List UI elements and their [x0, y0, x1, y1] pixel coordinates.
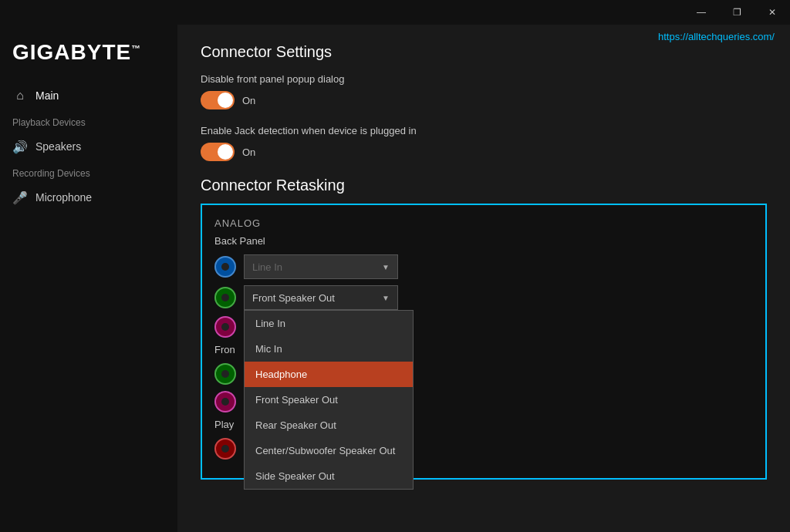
dropdown-item-5[interactable]: Center/Subwoofer Speaker Out: [245, 438, 413, 463]
retasking-title: Connector Retasking: [201, 177, 767, 194]
microphone-icon: 🎤: [12, 190, 28, 205]
logo: GIGABYTE™: [0, 32, 177, 80]
toggle2-state: On: [242, 146, 255, 158]
dropdown-item-6[interactable]: Side Speaker Out: [245, 463, 413, 489]
front-panel-label: Disable front panel popup dialog: [201, 73, 767, 85]
circle-inner-4: [221, 370, 229, 378]
sidebar-item-microphone[interactable]: 🎤 Microphone: [0, 182, 177, 213]
connector-row-2: Front Speaker Out ▼ Line In Mic In Headp…: [214, 285, 753, 310]
restore-button[interactable]: ❐: [719, 0, 755, 25]
retasking-box: ANALOG Back Panel Line In ▼ F: [201, 204, 767, 480]
toggle1[interactable]: [201, 91, 235, 109]
home-icon: ⌂: [12, 88, 28, 103]
sidebar-microphone-label: Microphone: [35, 191, 92, 204]
chevron-down-icon-2: ▼: [382, 294, 390, 302]
select-line-in: Line In ▼: [244, 254, 398, 279]
logo-brand: GIGABYTE: [12, 40, 131, 64]
select-front-speaker[interactable]: Front Speaker Out ▼: [244, 285, 398, 310]
back-panel-label: Back Panel: [214, 235, 753, 247]
dropdown-item-2[interactable]: Headphone: [245, 362, 413, 387]
connector-circle-blue: [214, 256, 236, 278]
circle-inner-5: [221, 398, 229, 406]
close-button[interactable]: ✕: [755, 0, 790, 25]
front-connector-circle-green: [214, 363, 236, 385]
toggle1-row: On: [201, 91, 767, 109]
circle-inner-3: [221, 323, 229, 331]
front-connector-circle-pink: [214, 391, 236, 412]
jack-detection-label: Enable Jack detection when device is plu…: [201, 125, 767, 136]
logo-text: GIGABYTE™: [12, 40, 141, 64]
connector-settings-title: Connector Settings: [201, 43, 767, 61]
circle-inner-2: [221, 294, 229, 301]
dropdown-menu: Line In Mic In Headphone Front Speaker O…: [244, 310, 414, 490]
toggle2-knob: [218, 144, 233, 160]
minimize-button[interactable]: —: [684, 0, 719, 25]
connector-row-1: Line In ▼: [214, 254, 753, 279]
toggle1-knob: [218, 93, 233, 108]
sidebar-playback-section: Playback Devices: [0, 111, 177, 131]
analog-label: ANALOG: [214, 217, 753, 229]
select-line-in-value: Line In: [252, 261, 282, 273]
connector-circle-green: [214, 287, 236, 308]
sidebar: GIGABYTE™ ⌂ Main Playback Devices 🔊 Spea…: [0, 25, 177, 532]
toggle2[interactable]: [201, 143, 235, 161]
logo-tm: ™: [131, 43, 141, 54]
titlebar: — ❐ ✕: [0, 0, 790, 25]
front-panel-text: Fron: [214, 344, 235, 355]
sidebar-recording-section: Recording Devices: [0, 162, 177, 182]
sidebar-speakers-label: Speakers: [35, 140, 81, 153]
main-content: https://alltechqueries.com/ Connector Se…: [177, 25, 790, 532]
chevron-down-icon-1: ▼: [382, 263, 390, 271]
sidebar-main-label: Main: [35, 89, 59, 102]
play-text: Play: [214, 419, 234, 430]
dropdown-item-0[interactable]: Line In: [245, 311, 413, 336]
dropdown-item-3[interactable]: Front Speaker Out: [245, 387, 413, 412]
sidebar-item-speakers[interactable]: 🔊 Speakers: [0, 131, 177, 162]
play-connector-circle: [214, 438, 236, 460]
toggle2-row: On: [201, 143, 767, 161]
toggle1-state: On: [242, 95, 255, 106]
dropdown-item-1[interactable]: Mic In: [245, 336, 413, 362]
sidebar-item-main[interactable]: ⌂ Main: [0, 80, 177, 111]
circle-inner-1: [221, 263, 229, 271]
dropdown-item-4[interactable]: Rear Speaker Out: [245, 412, 413, 438]
url-link[interactable]: https://alltechqueries.com/: [658, 31, 775, 42]
select-front-speaker-value: Front Speaker Out: [252, 292, 335, 304]
connector-circle-pink: [214, 316, 236, 338]
speaker-icon: 🔊: [12, 139, 28, 154]
app-container: GIGABYTE™ ⌂ Main Playback Devices 🔊 Spea…: [0, 25, 790, 532]
circle-inner-6: [221, 445, 229, 453]
dropdown-container: Front Speaker Out ▼ Line In Mic In Headp…: [244, 285, 398, 310]
